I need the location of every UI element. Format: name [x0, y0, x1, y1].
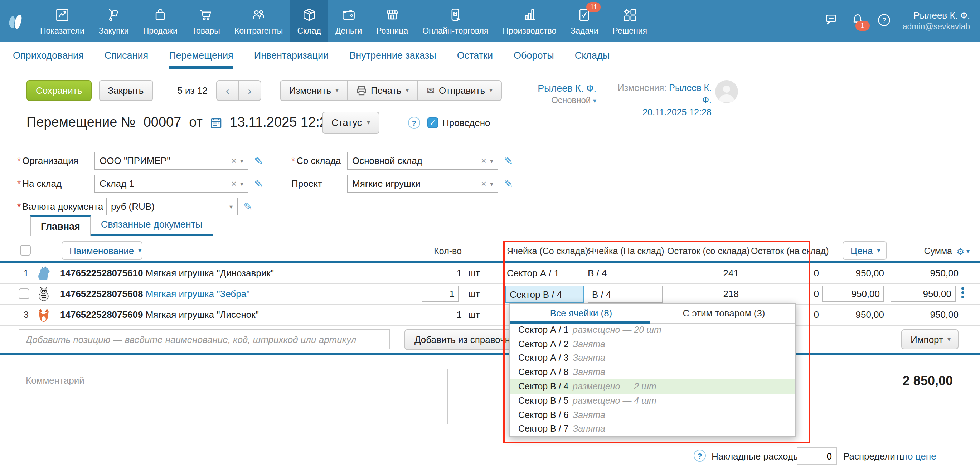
product-thumbnail-zebra [36, 286, 51, 302]
qty-input[interactable] [422, 286, 459, 302]
tab-main[interactable]: Главная [30, 215, 91, 236]
document-number[interactable]: 00007 [143, 115, 181, 130]
table-row-editing[interactable]: 1476522528075608 Мягкая игрушка "Зебра" … [0, 284, 980, 305]
nav-item-production[interactable]: Производство [495, 0, 563, 42]
nav-label: Показатели [40, 27, 84, 35]
prev-document-button[interactable]: ‹ [216, 80, 239, 101]
help-icon[interactable]: ? [876, 12, 892, 30]
sum-input[interactable] [891, 286, 956, 302]
row-menu-dots-icon[interactable] [961, 287, 964, 299]
document-datetime[interactable]: 13.11.2025 12:22 [230, 115, 335, 130]
owner-block[interactable]: Рылеев К. Ф. Основной ▾ [511, 82, 596, 106]
popup-tab-all-cells[interactable]: Все ячейки (8) [510, 304, 652, 323]
cell-option[interactable]: Сектор В / 6Занята [510, 408, 795, 422]
columns-gear-icon[interactable]: ⚙ [956, 246, 964, 257]
project-select[interactable]: Мягкие игрушки ×▾ [347, 175, 498, 193]
close-button[interactable]: Закрыть [99, 80, 153, 101]
subnav-item-sklady[interactable]: Склады [575, 42, 610, 69]
stock-from-value: 241 [680, 263, 739, 283]
notifications-bell-icon[interactable]: 1 [850, 12, 865, 30]
chat-icon[interactable] [823, 12, 839, 30]
edit-pencil-icon[interactable]: ✎ [504, 178, 513, 190]
table-row[interactable]: 3 1476522528075609 Мягкая игрушка "Лисен… [0, 305, 980, 326]
product-thumbnail-dino [36, 266, 51, 281]
subnav-item-vnutrennie-zakazy[interactable]: Внутренние заказы [349, 42, 436, 69]
org-select[interactable]: ООО "ПРИМЕР" ×▾ [94, 152, 248, 170]
nav-item-online-trade[interactable]: Онлайн-торговля [415, 0, 495, 42]
edit-pencil-icon[interactable]: ✎ [243, 200, 252, 213]
overhead-input[interactable] [797, 447, 837, 465]
import-button[interactable]: Импорт▾ [901, 329, 959, 349]
tab-linked-documents[interactable]: Связанные документы [91, 215, 213, 236]
price-input[interactable] [822, 286, 884, 302]
nav-item-sales[interactable]: Продажи [136, 0, 185, 42]
help-circle-icon[interactable]: ? [694, 450, 706, 462]
nav-item-retail[interactable]: Розница [369, 0, 415, 42]
nav-item-purchases[interactable]: Закупки [92, 0, 136, 42]
subnav-item-oprihodovaniya[interactable]: Оприходования [13, 42, 84, 69]
subnav-item-peremescheniya[interactable]: Перемещения [169, 42, 233, 69]
table-row[interactable]: 1 1476522528075610 Мягкая игрушка "Диноз… [0, 263, 980, 284]
chevron-down-icon[interactable]: ▾ [966, 248, 970, 255]
subnav-item-inventarizacii[interactable]: Инвентаризации [254, 42, 329, 69]
calendar-icon[interactable] [210, 116, 222, 129]
edit-dropdown-button[interactable]: Изменить▾ [280, 80, 348, 101]
edit-pencil-icon[interactable]: ✎ [504, 154, 513, 167]
cell-option[interactable]: Сектор В / 7Занята [510, 422, 795, 436]
clear-icon[interactable]: × [481, 178, 487, 189]
subnav-item-ostatki[interactable]: Остатки [457, 42, 493, 69]
nav-item-warehouse[interactable]: Склад [290, 0, 328, 42]
product-name-link[interactable]: Мягкая игрушка "Зебра" [146, 288, 250, 299]
avatar[interactable] [715, 80, 738, 103]
select-all-checkbox[interactable] [20, 245, 31, 256]
clear-icon[interactable]: × [231, 155, 237, 166]
nav-item-contractors[interactable]: Контрагенты [227, 0, 290, 42]
currency-select[interactable]: руб (RUB) ▾ [106, 197, 238, 215]
price-column-button[interactable]: Цена▾ [843, 241, 887, 260]
cell-option[interactable]: Сектор А / 3Занята [510, 351, 795, 365]
status-button[interactable]: Статус▾ [322, 112, 379, 134]
cell-option[interactable]: Сектор В / 5размещено — 4 шт [510, 394, 795, 408]
next-document-button[interactable]: › [239, 80, 261, 101]
clear-icon[interactable]: × [481, 155, 487, 166]
user-menu[interactable]: Рылеев К. Ф. admin@sevkavlab [903, 10, 970, 33]
edit-pencil-icon[interactable]: ✎ [254, 178, 263, 190]
cell-option[interactable]: Сектор А / 2Занята [510, 337, 795, 352]
add-position-input[interactable] [19, 329, 390, 349]
cell-option-selected[interactable]: Сектор В / 4размещено — 2 шт [510, 379, 795, 394]
help-circle-icon[interactable]: ? [408, 117, 420, 129]
row-checkbox[interactable] [19, 288, 29, 299]
people-icon [251, 7, 267, 24]
changes-author-link[interactable]: Рылеев К. Ф. [669, 83, 711, 105]
cell-option[interactable]: Сектор А / 8Занята [510, 365, 795, 380]
cell-from-input-focused[interactable]: Сектор В / 4 [505, 286, 584, 303]
popup-tab-with-product[interactable]: С этим товаром (3) [652, 304, 795, 323]
nav-item-money[interactable]: Деньги [328, 0, 369, 42]
chevron-down-icon: ▾ [367, 119, 370, 126]
cell-option[interactable]: Сектор А / 1размещено — 20 шт [510, 323, 795, 337]
nav-item-indicators[interactable]: Показатели [33, 0, 92, 42]
comment-textarea[interactable] [19, 369, 448, 425]
edit-pencil-icon[interactable]: ✎ [254, 154, 263, 167]
send-dropdown-button[interactable]: ✉Отправить▾ [417, 80, 502, 101]
nav-item-solutions[interactable]: Решения [606, 0, 654, 42]
top-nav: Показатели Закупки Продажи Товары Контра… [0, 0, 980, 42]
moysklad-logo-icon[interactable] [0, 0, 33, 42]
distribute-mode-link[interactable]: по цене [903, 451, 936, 462]
product-name: Мягкая игрушка "Лисенок" [146, 309, 259, 320]
to-store-select[interactable]: Склад 1 ×▾ [94, 175, 248, 193]
subnav-item-oboroty[interactable]: Обороты [514, 42, 554, 69]
name-column-button[interactable]: Наименование▾ [62, 241, 142, 260]
cell-to-input[interactable] [588, 286, 663, 303]
nav-item-tasks[interactable]: 11 Задачи [563, 0, 605, 42]
clear-icon[interactable]: × [231, 178, 237, 189]
subnav-item-spisaniya[interactable]: Списания [105, 42, 148, 69]
conducted-checkbox[interactable]: ✓ [427, 118, 438, 128]
nav-item-goods[interactable]: Товары [185, 0, 227, 42]
from-store-select[interactable]: Основной склад ×▾ [347, 152, 498, 170]
print-dropdown-button[interactable]: Печать▾ [347, 80, 418, 101]
save-button[interactable]: Сохранить [27, 80, 91, 101]
owner-department: Основной [551, 95, 590, 105]
svg-text:?: ? [882, 16, 886, 24]
nav-label: Склад [297, 27, 321, 35]
